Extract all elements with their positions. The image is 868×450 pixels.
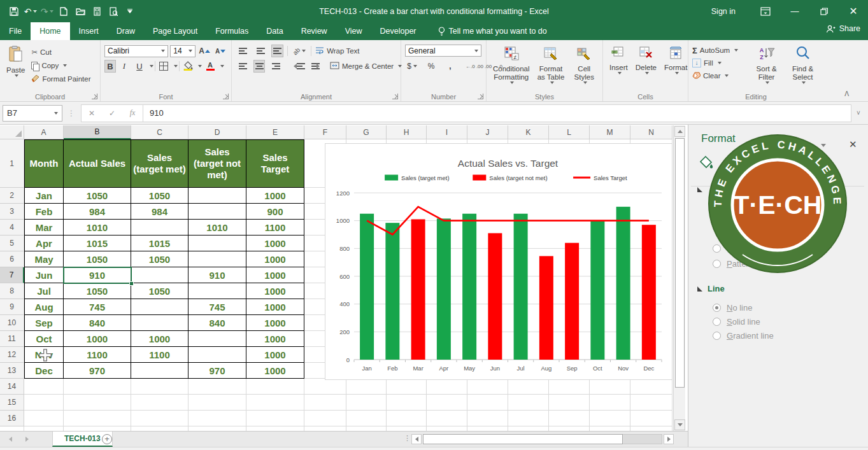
cell-D12[interactable] [189,347,246,363]
cell-E13[interactable]: 1000 [246,363,304,379]
ribbon-tab-page-layout[interactable]: Page Layout [144,22,206,40]
tell-me-box[interactable]: Tell me what you want to do [429,22,556,40]
cell-E6[interactable]: 1000 [246,251,304,267]
cell-A4[interactable]: Mar [24,220,64,236]
find-select-button[interactable]: Find & Select [786,45,820,85]
table-header-cell[interactable]: Sales (target met) [131,139,189,188]
cell-A8[interactable]: Jul [24,283,64,299]
fill-color-button[interactable] [181,60,195,73]
cell-B10[interactable]: 840 [64,315,131,331]
line-option-gradient-line[interactable]: Gradient line [713,331,774,341]
format-as-table-button[interactable]: Format as Table [534,45,569,85]
underline-caret[interactable] [150,65,153,67]
column-header-e[interactable]: E [246,125,304,139]
font-dialog-launcher[interactable] [223,94,229,99]
bar-Mar[interactable] [411,219,425,360]
vertical-scrollbar[interactable] [673,125,685,431]
name-box[interactable]: B7 [3,105,62,122]
bar-Sep[interactable] [565,243,579,360]
number-dialog-launcher[interactable] [478,94,483,99]
legend-label[interactable]: Sales (target not met) [489,174,547,181]
ribbon-tab-developer[interactable]: Developer [371,22,425,40]
ribbon-tab-draw[interactable]: Draw [108,22,144,40]
bar-Apr[interactable] [437,218,451,360]
save-icon[interactable] [9,6,19,17]
cell-A9[interactable]: Aug [24,299,64,315]
borders-button[interactable] [157,60,171,73]
cell-E4[interactable]: 1100 [246,220,304,236]
align-right-button[interactable] [269,60,283,73]
enter-icon[interactable]: ✓ [102,109,122,118]
task-pane-close-icon[interactable]: ✕ [849,139,857,150]
bar-Jul[interactable] [514,214,528,360]
column-header-m[interactable]: M [590,125,630,139]
increase-decimal-button[interactable]: ←.0 .00 [467,60,481,73]
cell-B11[interactable]: 1000 [64,331,131,347]
scroll-down-button[interactable] [674,419,685,430]
cell-D11[interactable] [189,331,246,347]
quick-print-icon[interactable] [92,6,102,17]
grow-font-button[interactable]: A [197,45,211,57]
previous-sheet-icon[interactable] [9,437,12,442]
table-header-cell[interactable]: Month [24,139,64,188]
sort-filter-button[interactable]: AZ Sort & Filter [750,45,783,85]
ribbon-tab-home[interactable]: Home [31,22,69,40]
row-header-3[interactable]: 3 [0,204,24,220]
orientation-button[interactable]: ab [292,45,307,57]
cell-E8[interactable]: 1000 [246,283,304,299]
cell-B2[interactable]: 1050 [64,188,131,204]
ribbon-tab-view[interactable]: View [336,22,371,40]
cell-D8[interactable] [189,283,246,299]
column-header-b[interactable]: B [64,125,131,139]
row-header-10[interactable]: 10 [0,315,24,331]
underline-button[interactable]: U [132,60,146,73]
new-sheet-button[interactable]: + [102,434,112,444]
top-align-button[interactable] [236,45,250,57]
next-sheet-icon[interactable] [25,437,29,442]
ribbon-tab-insert[interactable]: Insert [70,22,108,40]
align-center-button[interactable] [253,60,265,73]
clipboard-dialog-launcher[interactable] [92,94,97,99]
cell-B9[interactable]: 745 [64,299,131,315]
restore-button[interactable] [809,0,839,22]
row-header-16[interactable]: 16 [0,411,24,426]
sign-in-button[interactable]: Sign in [696,7,751,16]
column-header-k[interactable]: K [508,125,549,139]
cell-C12[interactable]: 1100 [131,347,189,363]
cell-A7[interactable]: Jun [24,267,64,283]
insert-function-icon[interactable]: fx [122,108,143,118]
cell-B6[interactable]: 1050 [64,251,131,267]
row-header-1[interactable]: 1 [0,139,24,188]
cell-D10[interactable]: 840 [189,315,246,331]
bar-Jun[interactable] [488,233,502,360]
cell-styles-button[interactable]: Cell Styles [569,45,599,85]
tab-splitter-handle[interactable]: ⋮ [404,434,411,442]
cell-D9[interactable]: 745 [189,299,246,315]
cell-C9[interactable] [131,299,189,315]
cell-C2[interactable]: 1050 [131,188,189,204]
comma-style-button[interactable]: , [443,60,457,73]
legend-label[interactable]: Sales Target [594,174,627,181]
table-header-cell[interactable]: Sales Target [246,139,304,188]
cell-C13[interactable] [131,363,189,379]
select-all-corner[interactable] [0,125,24,139]
cell-A11[interactable]: Oct [24,331,64,347]
bar-Nov[interactable] [616,207,630,360]
wrap-text-button[interactable]: Wrap Text [315,45,359,57]
cell-E11[interactable]: 1000 [246,331,304,347]
row-header-15[interactable]: 15 [0,395,24,411]
bar-May[interactable] [462,214,476,360]
cell-B13[interactable]: 970 [64,363,131,379]
table-header-cell[interactable]: Actual Sales [64,139,131,188]
horizontal-scroll-thumb[interactable] [423,434,623,444]
cell-D6[interactable] [189,251,246,267]
undo-icon[interactable]: ↶ [25,6,36,17]
insert-cells-button[interactable]: Insert [607,45,630,76]
cell-B4[interactable]: 1010 [64,220,131,236]
row-header-4[interactable]: 4 [0,220,24,236]
cell-B3[interactable]: 984 [64,204,131,220]
cell-E2[interactable]: 1000 [246,188,304,204]
row-header-6[interactable]: 6 [0,251,24,267]
cell-B12[interactable]: 1100 [64,347,131,363]
cell-D5[interactable] [189,236,246,251]
